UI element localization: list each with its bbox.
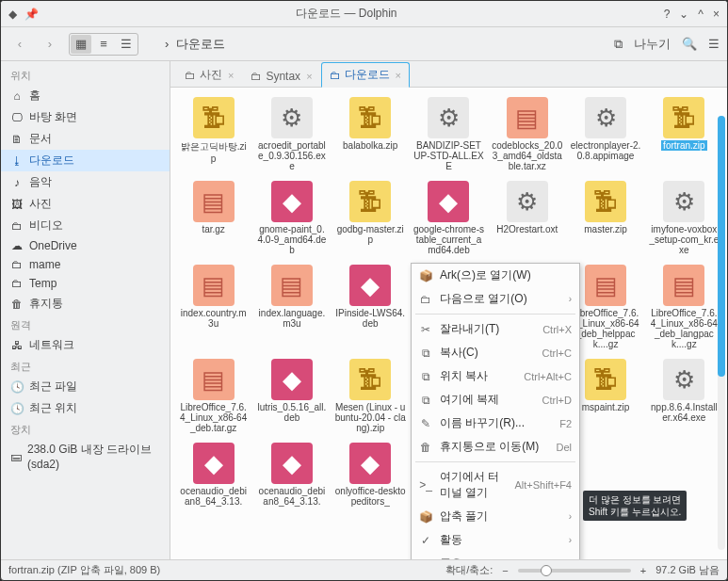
- file-item[interactable]: 🗜Mesen (Linux - ubuntu-20.04 - clang).zi…: [333, 357, 408, 435]
- icon-view-button[interactable]: ▦: [71, 35, 91, 54]
- menu-item-icon: ✓: [419, 534, 432, 547]
- file-item[interactable]: ◆ocenaudio_debian8_64_3.13.: [254, 441, 329, 508]
- context-menu-item[interactable]: ⧉위치 복사Ctrl+Alt+C: [412, 364, 579, 388]
- sidebar-item[interactable]: 🗀비디오: [1, 215, 170, 236]
- context-menu-item[interactable]: ↗공유›: [412, 552, 579, 559]
- tab-close-icon[interactable]: ×: [306, 71, 312, 82]
- context-menu-item[interactable]: 📦압축 풀기›: [412, 505, 579, 528]
- file-item[interactable]: ◆IPinside-LWS64.deb: [333, 263, 408, 351]
- search-icon[interactable]: 🔍: [682, 37, 697, 51]
- sidebar-item[interactable]: ♪음악: [1, 171, 170, 193]
- sidebar-item[interactable]: ⌂홈: [1, 85, 170, 106]
- file-item[interactable]: ◆gnome-paint_0.4.0-9_amd64.deb: [254, 179, 329, 257]
- file-item[interactable]: ◆ocenaudio_debian8_64_3.13.: [176, 441, 251, 508]
- menu-icon[interactable]: ☰: [708, 37, 720, 51]
- share-label[interactable]: 나누기: [634, 36, 671, 53]
- file-item[interactable]: ◆onlyoffice-desktopeditors_: [333, 441, 408, 508]
- tooltip-line2: Shift 키를 누르십시오.: [589, 506, 681, 518]
- file-item[interactable]: ▤codeblocks_20.03_amd64_oldstable.tar.xz: [490, 95, 564, 173]
- sidebar-item[interactable]: 🗑휴지통: [1, 293, 170, 315]
- sidebar-item[interactable]: 🖼사진: [1, 193, 170, 215]
- forward-button[interactable]: ›: [39, 33, 61, 56]
- sidebar-item[interactable]: 🗀mame: [1, 255, 170, 274]
- file-item[interactable]: ⚙BANDIZIP-SETUP-STD-ALL.EXE: [412, 95, 486, 173]
- file-item[interactable]: ⚙acroedit_portable_0.9.30.156.exe: [254, 95, 329, 173]
- file-item[interactable]: ▤tar.gz: [176, 179, 251, 257]
- file-icon: ◆: [428, 181, 469, 222]
- context-menu-item[interactable]: ✓활동›: [412, 528, 579, 552]
- context-menu-item[interactable]: 📦Ark(으)로 열기(W): [412, 264, 579, 287]
- sidebar-item[interactable]: 🗎문서: [1, 128, 170, 150]
- minimize-button[interactable]: ⌄: [679, 8, 688, 21]
- file-item[interactable]: ◆lutris_0.5.16_all.deb: [254, 357, 329, 435]
- sidebar-item[interactable]: 🖴238.0 GiB 내장 드라이브(sda2): [1, 439, 170, 474]
- file-item[interactable]: ⚙H2Orestart.oxt: [490, 179, 564, 257]
- tab-close-icon[interactable]: ×: [228, 70, 234, 81]
- zoom-knob[interactable]: [541, 565, 552, 576]
- file-item[interactable]: ▤index.country.m3u: [176, 263, 251, 351]
- sidebar-item[interactable]: 🗀Temp: [1, 274, 170, 293]
- sidebar-item[interactable]: ⭳다운로드: [1, 150, 170, 171]
- help-button[interactable]: ?: [664, 8, 671, 21]
- zoom-in-icon[interactable]: +: [640, 565, 646, 576]
- sidebar-item-icon: ⌂: [10, 89, 24, 103]
- file-label: google-chrome-stable_current_amd64.deb: [413, 224, 484, 255]
- context-menu-item[interactable]: ⧉여기에 복제Ctrl+D: [412, 388, 579, 412]
- sidebar-item[interactable]: ☁OneDrive: [1, 236, 170, 255]
- file-item[interactable]: 🗜밝은고딕바탕.zip: [176, 95, 251, 173]
- menu-item-icon: ✂: [419, 323, 432, 336]
- split-icon[interactable]: ⧉: [614, 37, 623, 52]
- file-item[interactable]: ▤index.language.m3u: [254, 263, 329, 351]
- file-item[interactable]: 🗜master.zip: [568, 179, 642, 257]
- zoom-out-icon[interactable]: −: [502, 565, 508, 576]
- tab-close-icon[interactable]: ×: [396, 70, 401, 81]
- menu-item-label: 복사(C): [440, 345, 535, 361]
- toolbar: ‹ › ▦ ≡ ☰ › 다운로드 ⧉ 나누기 🔍 ☰: [1, 27, 727, 61]
- context-menu-item[interactable]: 🗑휴지통으로 이동(M)Del: [412, 435, 579, 459]
- back-button[interactable]: ‹: [8, 33, 31, 56]
- context-menu-item[interactable]: >_여기에서 터미널 열기Alt+Shift+F4: [412, 465, 579, 505]
- context-menu-item[interactable]: ✂잘라내기(T)Ctrl+X: [412, 317, 579, 341]
- detail-view-button[interactable]: ☰: [116, 35, 137, 54]
- pin-icon[interactable]: 📌: [24, 8, 39, 21]
- file-item[interactable]: 🗜godbg-master.zip: [333, 179, 408, 257]
- file-item[interactable]: ▤LibreOffice_7.6.4_Linux_x86-64_deb_lang…: [647, 263, 721, 351]
- sidebar-item[interactable]: 🕓최근 위치: [1, 397, 170, 419]
- file-item[interactable]: ⚙electronplayer-2.0.8.appimage: [568, 95, 642, 173]
- context-menu-item[interactable]: ⧉복사(C)Ctrl+C: [412, 341, 579, 364]
- sidebar-item[interactable]: 🕓최근 파일: [1, 376, 170, 397]
- breadcrumb[interactable]: › 다운로드: [146, 36, 607, 53]
- file-label: codeblocks_20.03_amd64_oldstable.tar.xz: [492, 140, 562, 171]
- file-item[interactable]: ◆google-chrome-stable_current_amd64.deb: [412, 179, 486, 257]
- sidebar-item-icon: 🖼: [10, 198, 24, 211]
- status-left: fortran.zip (ZIP 압축 파일, 809 B): [8, 563, 160, 577]
- menu-item-shortcut: Ctrl+X: [542, 324, 572, 335]
- menu-item-label: 여기에서 터미널 열기: [440, 469, 507, 501]
- context-menu-item[interactable]: 🗀다음으로 열기(O)›: [412, 287, 579, 311]
- close-button[interactable]: ×: [713, 8, 720, 21]
- sidebar-item-icon: 🗑: [10, 298, 24, 311]
- file-item[interactable]: ⚙npp.8.6.4.Installer.x64.exe: [647, 357, 721, 435]
- file-view[interactable]: 🗜밝은고딕바탕.zip⚙acroedit_portable_0.9.30.156…: [170, 88, 727, 559]
- file-item[interactable]: 🗜fortran.zip: [647, 95, 721, 173]
- scrollbar-thumb[interactable]: [718, 116, 725, 377]
- sidebar-item-icon: 🗀: [10, 219, 24, 233]
- sidebar-item[interactable]: 🖧네트워크: [1, 334, 170, 356]
- tab[interactable]: 🗀Syntax×: [242, 65, 320, 87]
- menu-item-shortcut: Ctrl+C: [542, 347, 572, 359]
- file-item[interactable]: ⚙imyfone-voxbox_setup-com_kr.exe: [647, 179, 721, 257]
- tab[interactable]: 🗀다운로드×: [321, 62, 410, 88]
- file-item[interactable]: ▤LibreOffice_7.6.4_Linux_x86-64_deb.tar.…: [176, 357, 251, 435]
- menu-item-shortcut: Ctrl+D: [542, 395, 572, 406]
- scrollbar[interactable]: [718, 116, 725, 550]
- maximize-button[interactable]: ^: [698, 8, 704, 21]
- file-icon: ▤: [193, 359, 235, 400]
- statusbar: fortran.zip (ZIP 압축 파일, 809 B) 확대/축소: − …: [1, 559, 727, 580]
- context-menu-item[interactable]: ✎이름 바꾸기(R)...F2: [412, 412, 579, 435]
- file-item[interactable]: 🗜balabolka.zip: [333, 95, 408, 173]
- tab[interactable]: 🗀사진×: [176, 62, 242, 87]
- sidebar-item[interactable]: 🖵바탕 화면: [1, 106, 170, 128]
- remote-header: 원격: [1, 315, 170, 334]
- zoom-slider[interactable]: [518, 569, 631, 573]
- compact-view-button[interactable]: ≡: [93, 35, 114, 54]
